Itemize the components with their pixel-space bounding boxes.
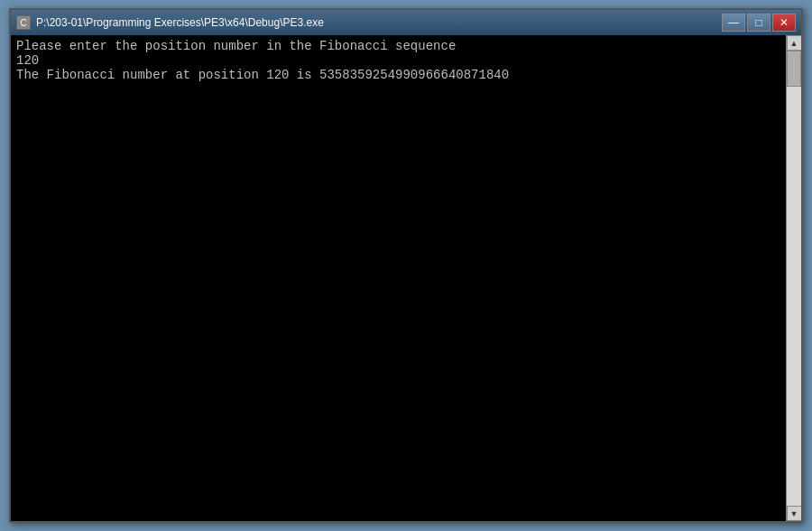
window-icon-label: C [20, 18, 26, 28]
scrollbar-thumb[interactable] [787, 51, 801, 87]
title-bar-left: C P:\203-01\Programming Exercises\PE3\x6… [16, 15, 324, 30]
window-title: P:\203-01\Programming Exercises\PE3\x64\… [36, 16, 324, 29]
window-icon: C [16, 15, 31, 30]
title-bar: C P:\203-01\Programming Exercises\PE3\x6… [11, 10, 801, 35]
maximize-button[interactable]: □ [747, 14, 770, 32]
scrollbar[interactable]: ▲ ▼ [786, 35, 801, 521]
console-line2: 120 [16, 53, 39, 68]
scrollbar-down-arrow[interactable]: ▼ [787, 506, 802, 521]
scrollbar-up-arrow[interactable]: ▲ [787, 35, 802, 51]
console-line1: Please enter the position number in the … [16, 39, 456, 53]
console-area: Please enter the position number in the … [11, 35, 801, 521]
close-button[interactable]: ✕ [772, 14, 796, 32]
console-output: Please enter the position number in the … [11, 35, 786, 521]
main-window: C P:\203-01\Programming Exercises\PE3\x6… [9, 8, 803, 523]
scrollbar-track[interactable] [787, 51, 801, 506]
title-bar-buttons: — □ ✕ [722, 14, 796, 32]
minimize-button[interactable]: — [722, 14, 745, 32]
console-line3: The Fibonacci number at position 120 is … [16, 68, 509, 82]
